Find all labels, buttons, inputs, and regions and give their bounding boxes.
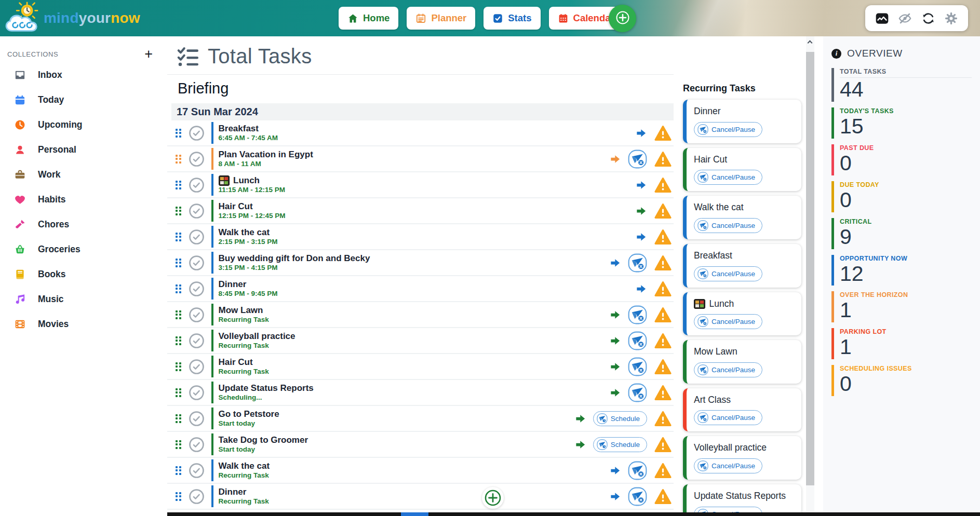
task-name[interactable]: Plan Vacation in Egypt [219, 150, 313, 160]
task-name[interactable]: Update Status Reports [219, 383, 314, 393]
task-name[interactable]: Walk the cat [219, 227, 278, 238]
complete-checkbox[interactable] [189, 488, 205, 505]
task-name[interactable]: Dinner [219, 487, 269, 497]
cancel-pause-icon-button[interactable] [628, 331, 647, 350]
task-name[interactable]: Hair Cut [219, 357, 269, 368]
complete-checkbox[interactable] [189, 307, 205, 323]
drag-handle-icon[interactable] [176, 336, 181, 345]
task-name[interactable]: Mow Lawn [219, 305, 269, 316]
sidebar-item-work[interactable]: Work [0, 162, 167, 187]
drag-handle-icon[interactable] [176, 492, 181, 501]
drag-handle-icon[interactable] [176, 466, 181, 475]
drag-handle-icon[interactable] [176, 181, 181, 189]
drag-handle-icon[interactable] [176, 388, 181, 397]
complete-checkbox[interactable] [189, 151, 205, 167]
sidebar-item-groceries[interactable]: Groceries [0, 237, 167, 262]
add-task-button[interactable] [482, 487, 504, 509]
task-name[interactable]: Hair Cut [219, 201, 286, 212]
task-name[interactable]: Lunch [219, 175, 286, 186]
drag-handle-icon[interactable] [176, 362, 181, 371]
cancel-pause-button[interactable]: Cancel/Pause [694, 266, 762, 281]
complete-checkbox[interactable] [189, 255, 205, 271]
task-subtitle: 11:15 AM - 12:15 PM [219, 186, 286, 194]
cancel-pause-icon-button[interactable] [628, 305, 647, 324]
vertical-scrollbar[interactable] [806, 36, 814, 516]
cancel-pause-button[interactable]: Cancel/Pause [694, 410, 762, 425]
cancel-pause-icon-button[interactable] [628, 150, 647, 169]
stat-value: 1 [840, 335, 972, 359]
cancel-pause-button[interactable]: Cancel/Pause [694, 218, 762, 233]
sidebar-item-inbox[interactable]: Inbox [0, 62, 167, 87]
schedule-button[interactable]: Schedule [593, 411, 647, 426]
brand-logo[interactable]: mindyournow [5, 2, 140, 35]
image-icon[interactable] [875, 11, 889, 25]
brand-part-now: now [111, 10, 140, 26]
complete-checkbox[interactable] [189, 125, 205, 141]
refresh-icon[interactable] [921, 11, 935, 25]
cancel-pause-icon-button[interactable] [628, 487, 647, 506]
sidebar-item-music[interactable]: Music [0, 287, 167, 311]
bottom-scrollbar-thumb[interactable] [401, 512, 428, 516]
sidebar-item-upcoming[interactable]: Upcoming [0, 112, 167, 137]
complete-checkbox[interactable] [189, 463, 205, 479]
drag-handle-icon[interactable] [176, 414, 181, 423]
schedule-button[interactable]: Schedule [593, 437, 647, 452]
add-button[interactable] [609, 5, 636, 32]
warning-icon [654, 384, 672, 401]
complete-checkbox[interactable] [189, 229, 205, 245]
bottom-scrollbar[interactable] [167, 512, 980, 516]
cancel-pause-button[interactable]: Cancel/Pause [694, 122, 762, 137]
task-actions [609, 253, 674, 273]
eye-off-icon[interactable] [898, 11, 912, 25]
cancel-pause-icon-button[interactable] [628, 357, 647, 376]
gear-icon[interactable] [944, 11, 958, 25]
cancel-pause-button[interactable]: Cancel/Pause [694, 314, 762, 329]
complete-checkbox[interactable] [189, 437, 205, 453]
sidebar-item-today[interactable]: Today [0, 87, 167, 112]
cancel-pause-icon-button[interactable] [628, 383, 647, 402]
complete-checkbox[interactable] [189, 281, 205, 297]
drag-handle-icon[interactable] [176, 284, 181, 293]
sidebar-item-label: Movies [38, 319, 69, 330]
complete-checkbox[interactable] [189, 177, 205, 193]
task-name[interactable]: Take Dog to Groomer [219, 435, 308, 445]
cancel-pause-icon-button[interactable] [628, 253, 647, 273]
complete-checkbox[interactable] [189, 359, 205, 375]
drag-handle-icon[interactable] [176, 440, 181, 449]
drag-handle-icon[interactable] [176, 259, 181, 267]
task-subtitle: Recurring Task [219, 368, 269, 376]
nav-stats-button[interactable]: Stats [484, 7, 540, 30]
complete-checkbox[interactable] [189, 203, 205, 219]
task-name[interactable]: Buy wedding gift for Don and Becky [219, 253, 370, 264]
sidebar-item-books[interactable]: Books [0, 262, 167, 287]
task-name[interactable]: Dinner [219, 279, 278, 290]
cancel-pause-button[interactable]: Cancel/Pause [694, 362, 762, 377]
task-name[interactable]: Breakfast [219, 124, 278, 134]
sidebar-item-chores[interactable]: Chores [0, 212, 167, 237]
warning-icon [654, 176, 672, 194]
nav-planner-button[interactable]: Planner [407, 7, 475, 30]
nav-home-button[interactable]: Home [339, 7, 398, 30]
sidebar-item-personal[interactable]: Personal [0, 137, 167, 162]
drag-handle-icon[interactable] [176, 310, 181, 319]
cancel-pause-button[interactable]: Cancel/Pause [694, 170, 762, 185]
scrollbar-thumb[interactable] [806, 52, 814, 485]
drag-handle-icon[interactable] [176, 207, 181, 215]
drag-handle-icon[interactable] [176, 233, 181, 241]
sidebar-item-habits[interactable]: Habits [0, 187, 167, 212]
complete-checkbox[interactable] [189, 411, 205, 427]
stat-label: TODAY'S TASKS [840, 107, 972, 115]
cancel-pause-button[interactable]: Cancel/Pause [694, 458, 762, 473]
task-name[interactable]: Go to Petstore [219, 409, 279, 419]
add-collection-button[interactable]: + [144, 49, 153, 59]
music-icon [14, 293, 26, 305]
drag-handle-icon[interactable] [176, 155, 181, 164]
task-name[interactable]: Walk the cat [219, 461, 270, 471]
complete-checkbox[interactable] [189, 385, 205, 401]
sidebar-item-movies[interactable]: Movies [0, 311, 167, 336]
scroll-up-icon[interactable] [808, 40, 813, 46]
task-name[interactable]: Volleyball practice [219, 331, 296, 342]
complete-checkbox[interactable] [189, 333, 205, 349]
drag-handle-icon[interactable] [176, 129, 181, 138]
cancel-pause-icon-button[interactable] [628, 461, 647, 480]
